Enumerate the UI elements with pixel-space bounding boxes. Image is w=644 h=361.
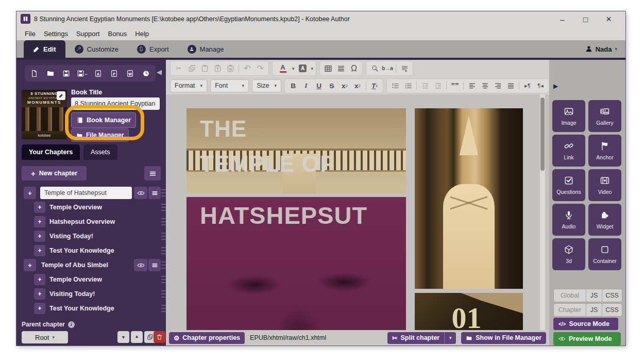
parent-chapter-dropdown[interactable]: Root ▾ <box>22 331 68 343</box>
line-height-icon[interactable] <box>335 63 347 74</box>
drag-handle[interactable] <box>161 204 166 211</box>
chapter-title[interactable]: Temple of Abu Simbel <box>41 261 108 269</box>
drag-handle[interactable] <box>161 305 166 312</box>
scrollbar-thumb[interactable] <box>540 97 545 171</box>
bold-button[interactable]: B <box>287 80 299 91</box>
book-title-input[interactable] <box>71 97 160 110</box>
format-dropdown[interactable]: Format▾ <box>170 79 207 92</box>
source-mode-button[interactable]: </> Source Mode <box>553 318 618 330</box>
subscript-button[interactable]: x2 <box>339 80 350 91</box>
ordered-list-icon[interactable] <box>389 80 401 91</box>
paste-icon[interactable] <box>199 63 210 74</box>
text-color-button[interactable]: A <box>275 63 291 74</box>
numbered-section-photo[interactable]: 01 <box>415 293 523 330</box>
delete-chapter-button[interactable] <box>154 331 165 343</box>
menu-file[interactable]: File <box>21 30 40 38</box>
add-subchapter-button[interactable]: + <box>34 274 45 285</box>
align-left-icon[interactable] <box>466 80 478 91</box>
blockquote-icon[interactable]: ”” <box>449 80 461 91</box>
chapter-title[interactable]: Visiting Today! <box>49 290 95 298</box>
justify-icon[interactable] <box>505 80 516 91</box>
insert-container-button[interactable]: Container <box>588 238 621 270</box>
insert-gallery-button[interactable]: Gallery <box>588 100 621 132</box>
close-button[interactable]: × <box>597 11 620 27</box>
info-icon[interactable]: i <box>68 321 75 328</box>
chapter-title[interactable]: Test Your Knowledge <box>49 247 114 254</box>
insert-3d-button[interactable]: 3d <box>552 238 585 270</box>
background-color-button[interactable]: A <box>296 63 310 74</box>
chapter-properties-button[interactable]: ⚙ Chapter properties <box>169 332 245 344</box>
pharaoh-face-photo[interactable]: HATSHEPSUT <box>187 197 406 330</box>
publish-online-button[interactable] <box>139 67 154 80</box>
chapter-css-button[interactable]: CSS <box>602 304 622 316</box>
new-book-button[interactable] <box>27 67 42 80</box>
menu-help[interactable]: Help <box>131 30 153 38</box>
show-blocks-icon[interactable] <box>399 63 410 74</box>
add-subchapter-button[interactable]: + <box>34 245 45 256</box>
move-chapter-up-button[interactable]: ▾ <box>131 331 143 343</box>
tab-manage[interactable]: Manage <box>178 40 233 58</box>
drag-handle[interactable] <box>161 290 166 298</box>
new-chapter-button[interactable]: + New chapter <box>22 166 87 180</box>
export-epub-button[interactable]: P <box>107 67 122 80</box>
copy-icon[interactable] <box>186 63 197 74</box>
insert-link-button[interactable]: Link <box>552 135 585 167</box>
page-canvas[interactable]: THE TEMPLE OF HATSHEPSUT 01 <box>166 94 549 330</box>
indent-icon[interactable] <box>432 80 444 91</box>
clear-formatting-button[interactable]: Tx <box>369 80 380 91</box>
toggle-visibility-button[interactable] <box>134 187 147 199</box>
chapter-menu-button[interactable] <box>148 187 161 199</box>
menu-settings[interactable]: Settings <box>40 30 72 38</box>
paste-text-icon[interactable] <box>212 63 223 74</box>
paste-word-icon[interactable] <box>225 63 236 74</box>
tab-customize[interactable]: Customize <box>65 40 128 58</box>
add-subchapter-button[interactable]: + <box>24 259 36 271</box>
insert-image-button[interactable]: Image <box>552 100 585 132</box>
strikethrough-button[interactable]: S <box>326 80 337 91</box>
drag-handle[interactable] <box>161 276 166 283</box>
chapter-title[interactable]: Visting Today! <box>49 233 93 240</box>
font-dropdown[interactable]: Font▾ <box>210 79 249 92</box>
show-in-file-manager-button[interactable]: Show in File Manager <box>461 332 546 344</box>
chapter-title[interactable]: Hatshepsut Overview <box>49 218 115 225</box>
tab-assets[interactable]: Assets <box>83 144 117 160</box>
content-scrollbar[interactable] <box>540 94 545 330</box>
size-dropdown[interactable]: Size▾ <box>252 79 281 92</box>
insert-questions-button[interactable]: Questions <box>552 169 585 201</box>
save-button[interactable] <box>59 67 74 80</box>
bullet-list-icon[interactable] <box>402 80 414 91</box>
global-css-button[interactable]: CSS <box>602 289 622 302</box>
add-subchapter-button[interactable]: + <box>34 216 45 227</box>
chapter-title[interactable]: Test Your Knowledge <box>49 305 114 312</box>
insert-video-button[interactable]: Video <box>588 169 621 201</box>
undo-icon[interactable]: ↶ <box>242 63 253 74</box>
insert-widget-button[interactable]: Widget <box>588 204 621 236</box>
open-book-button[interactable] <box>43 67 58 80</box>
collapse-sidebar-icon[interactable]: ◀ <box>157 68 162 76</box>
drag-handle[interactable] <box>161 218 166 225</box>
drag-handle[interactable] <box>161 247 166 254</box>
add-subchapter-button[interactable]: + <box>34 303 45 314</box>
chapter-list-menu-button[interactable] <box>144 166 161 180</box>
text-direction-rtl-icon[interactable]: ¶◂ <box>535 80 546 91</box>
statue-photo[interactable] <box>415 108 523 289</box>
drag-handle[interactable] <box>161 233 166 240</box>
edit-cover-icon[interactable] <box>57 91 65 100</box>
align-right-icon[interactable] <box>492 80 503 91</box>
underline-button[interactable]: U <box>313 80 325 91</box>
book-cover-thumbnail[interactable]: 8 STUNNING ANCIENT EGYPTIAN MONUMENTS ko… <box>22 90 67 139</box>
tab-edit[interactable]: Edit <box>24 40 65 58</box>
insert-table-icon[interactable] <box>323 63 334 74</box>
insert-anchor-button[interactable]: Anchor <box>588 135 621 167</box>
export-word-button[interactable]: W <box>123 67 138 80</box>
text-direction-ltr-icon[interactable]: ▸¶ <box>522 80 533 91</box>
chapter-js-button[interactable]: JS <box>586 304 602 316</box>
maximize-button[interactable]: □ <box>574 11 597 27</box>
export-pdf-button[interactable]: A <box>91 67 106 80</box>
superscript-button[interactable]: x2 <box>352 80 363 91</box>
minimize-button[interactable]: – <box>551 11 574 27</box>
expand-toolbar-icon[interactable]: ▶ <box>553 83 558 90</box>
italic-button[interactable]: I <box>300 80 312 91</box>
temple-photo[interactable]: THE TEMPLE OF <box>187 108 406 193</box>
tab-your-chapters[interactable]: Your Chapters <box>22 144 80 160</box>
